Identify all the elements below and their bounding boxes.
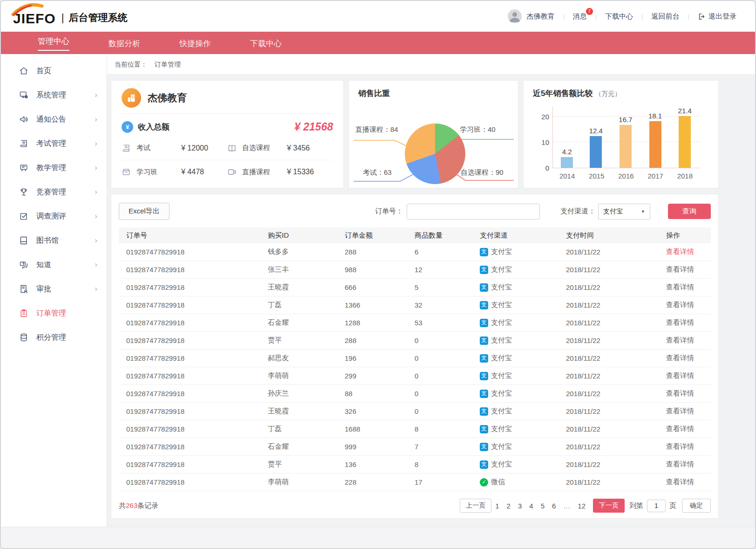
page-number-12[interactable]: 12 bbox=[578, 502, 586, 510]
pie-slice-label-3: 考试：63 bbox=[363, 168, 392, 177]
view-detail-link[interactable]: 查看详情 bbox=[666, 478, 694, 486]
confirm-page-button[interactable]: 确定 bbox=[682, 499, 711, 513]
sidebar-item-11[interactable]: 订单管理 bbox=[1, 301, 107, 325]
pie-slice-label-2: 自选课程：90 bbox=[461, 168, 504, 177]
view-detail-link[interactable]: 查看详情 bbox=[666, 407, 694, 415]
bar-rect bbox=[590, 136, 602, 168]
channel-label: 支付宝 bbox=[491, 247, 512, 256]
cell-amount: 988 bbox=[345, 266, 415, 274]
logout-link[interactable]: 退出登录 bbox=[698, 12, 736, 21]
view-detail-link[interactable]: 查看详情 bbox=[666, 460, 694, 468]
view-detail-link[interactable]: 查看详情 bbox=[666, 247, 694, 255]
sidebar-item-8[interactable]: 图书馆› bbox=[1, 228, 107, 253]
page-number-4[interactable]: 4 bbox=[529, 502, 533, 510]
cell-amount: 326 bbox=[345, 407, 415, 415]
channel-label: 支付宝 bbox=[491, 442, 512, 451]
view-detail-link[interactable]: 查看详情 bbox=[666, 283, 694, 291]
sidebar-item-7[interactable]: 调查测评› bbox=[1, 204, 107, 228]
tab-quick-actions[interactable]: 快捷操作 bbox=[175, 37, 215, 49]
sidebar-item-label: 竞赛管理 bbox=[36, 187, 66, 197]
table-row: 019287477829918丁磊136632支支付宝2018/11/22查看详… bbox=[119, 296, 711, 314]
cell-amount: 299 bbox=[345, 372, 415, 380]
sidebar-item-6[interactable]: 竞赛管理› bbox=[1, 180, 107, 204]
next-page-button[interactable]: 下一页 bbox=[593, 499, 625, 513]
messages-link[interactable]: 消息 7 bbox=[573, 12, 587, 21]
table-row: 019287477829918李萌萌2990支支付宝2018/11/22查看详情 bbox=[119, 367, 711, 385]
cell-amount: 88 bbox=[345, 390, 415, 398]
revenue-item-2: 自选课程¥ 3456 bbox=[227, 136, 333, 160]
app-title: 后台管理系统 bbox=[68, 8, 127, 24]
view-detail-link[interactable]: 查看详情 bbox=[666, 425, 694, 432]
sidebar-item-label: 系统管理 bbox=[36, 90, 66, 100]
sidebar-item-1[interactable]: 首页 bbox=[1, 59, 107, 83]
bar-rect bbox=[649, 121, 661, 168]
view-detail-link[interactable]: 查看详情 bbox=[666, 301, 694, 309]
cell-buyer: 贾平 bbox=[268, 460, 345, 469]
back-to-front-link[interactable]: 返回前台 bbox=[652, 12, 680, 21]
tab-download-center[interactable]: 下载中心 bbox=[246, 37, 286, 49]
table-header-cell: 操作 bbox=[666, 231, 711, 240]
page-number-5[interactable]: 5 bbox=[541, 502, 545, 510]
cell-buyer: 张三丰 bbox=[268, 265, 345, 274]
query-button[interactable]: 查询 bbox=[668, 204, 711, 219]
cell-action: 查看详情 bbox=[666, 247, 711, 256]
view-detail-link[interactable]: 查看详情 bbox=[666, 371, 694, 379]
goto-page-input[interactable] bbox=[647, 500, 666, 512]
cell-amount: 288 bbox=[345, 248, 415, 256]
chevron-right-icon: › bbox=[95, 284, 97, 294]
cell-order-no: 019287477829918 bbox=[119, 407, 268, 415]
alipay-icon: 支 bbox=[480, 407, 488, 416]
cell-qty: 0 bbox=[415, 390, 480, 398]
sidebar-item-label: 积分管理 bbox=[36, 333, 66, 343]
sidebar-item-10[interactable]: 审批› bbox=[1, 277, 107, 301]
revenue-item-value: ¥ 15336 bbox=[287, 168, 314, 176]
alipay-icon: 支 bbox=[480, 336, 488, 345]
revenue-card-title: 杰佛教育 bbox=[148, 91, 187, 104]
tab-management-center[interactable]: 管理中心 bbox=[34, 35, 74, 51]
page-number-3[interactable]: 3 bbox=[518, 502, 522, 510]
bar-ytick-label: 10 bbox=[534, 138, 549, 146]
view-detail-link[interactable]: 查看详情 bbox=[666, 318, 694, 326]
sidebar-item-12[interactable]: 积分管理 bbox=[1, 325, 107, 350]
channel-label: 支付宝 bbox=[491, 354, 512, 363]
table-row: 019287477829918钱多多2886支支付宝2018/11/22查看详情 bbox=[119, 243, 711, 261]
prev-page-button[interactable]: 上一页 bbox=[460, 499, 491, 513]
table-header-cell: 订单号 bbox=[119, 231, 268, 240]
channel-label: 支付宝 bbox=[491, 336, 512, 345]
view-detail-link[interactable]: 查看详情 bbox=[666, 389, 694, 397]
bar-rect bbox=[679, 116, 691, 168]
sidebar-item-3[interactable]: 通知公告› bbox=[1, 107, 107, 131]
approval-icon bbox=[19, 284, 29, 294]
table-header-cell: 订单金额 bbox=[345, 231, 415, 240]
cell-channel: 支支付宝 bbox=[480, 407, 566, 416]
page-number-1[interactable]: 1 bbox=[495, 502, 499, 510]
table-header-cell: 购买ID bbox=[268, 231, 345, 240]
view-detail-link[interactable]: 查看详情 bbox=[666, 354, 694, 362]
sidebar-item-label: 教学管理 bbox=[36, 163, 66, 173]
view-detail-link[interactable]: 查看详情 bbox=[666, 265, 694, 273]
user-chip[interactable]: 杰佛教育 bbox=[508, 9, 554, 23]
order-no-input[interactable] bbox=[407, 204, 540, 220]
sidebar-item-label: 知道 bbox=[36, 260, 51, 270]
download-center-link[interactable]: 下载中心 bbox=[605, 12, 633, 21]
view-detail-link[interactable]: 查看详情 bbox=[666, 336, 694, 344]
sidebar-item-4[interactable]: 考试管理› bbox=[1, 131, 107, 156]
sidebar-item-2[interactable]: 系统管理› bbox=[1, 83, 107, 107]
excel-export-button[interactable]: Excel导出 bbox=[119, 203, 170, 220]
sidebar-item-9[interactable]: 知道› bbox=[1, 253, 107, 277]
tab-data-analysis[interactable]: 数据分析 bbox=[104, 37, 144, 49]
summary-cards: 杰佛教育 ¥ 收入总额 ¥ 21568 考试¥ 12000自选课程¥ 3456学… bbox=[111, 80, 719, 188]
page-number-2[interactable]: 2 bbox=[507, 502, 511, 510]
page-number-6[interactable]: 6 bbox=[552, 502, 556, 510]
user-nav: 杰佛教育 | 消息 7 | 下载中心 | 返回前台 | 退出登录 bbox=[508, 9, 736, 23]
pay-channel-select[interactable]: 支付宝 ▼ bbox=[598, 204, 650, 220]
revenue-item-label: 考试 bbox=[136, 144, 181, 152]
cell-channel: 支支付宝 bbox=[480, 247, 566, 256]
sidebar-item-5[interactable]: 教学管理› bbox=[1, 156, 107, 180]
wechat-icon: ✓ bbox=[480, 478, 488, 487]
view-detail-link[interactable]: 查看详情 bbox=[666, 442, 694, 450]
pie-chart-title: 销售比重 bbox=[358, 88, 509, 99]
cell-order-no: 019287477829918 bbox=[119, 319, 268, 327]
bar-x-label: 2018 bbox=[677, 172, 693, 180]
pie-chart bbox=[405, 124, 465, 184]
